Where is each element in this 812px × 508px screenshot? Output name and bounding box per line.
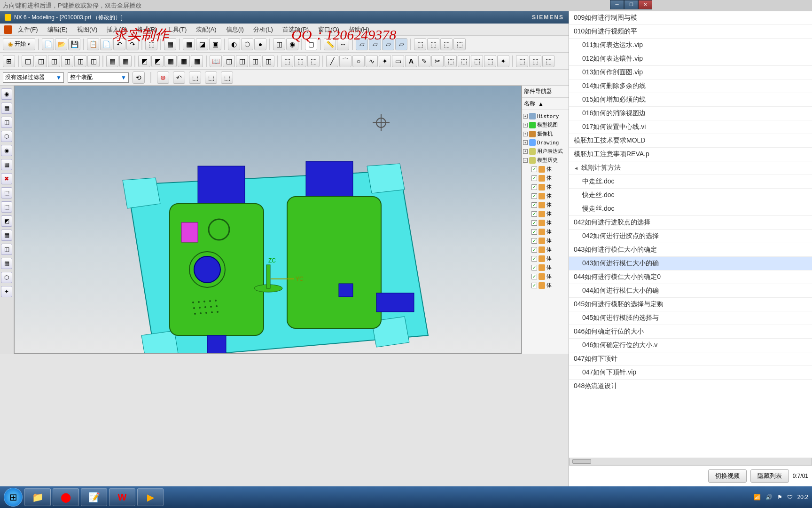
tree-leaf[interactable]: ✓体 — [523, 200, 568, 209]
tree-leaf[interactable]: ✓体 — [523, 227, 568, 236]
nav-col-name[interactable]: 名称 — [524, 100, 535, 108]
menu-file[interactable]: 文件(F) — [14, 24, 42, 35]
tree-leaf[interactable]: ✓体 — [523, 281, 568, 290]
ext-b-icon[interactable]: ▱ — [369, 38, 381, 50]
t2-20-icon[interactable]: ⬚ — [307, 55, 320, 67]
record-icon[interactable]: ⬤ — [53, 488, 79, 506]
list-item[interactable]: 047如何下顶针 — [569, 352, 812, 366]
tree-leaf[interactable]: ✓体 — [523, 191, 568, 200]
t2-26-icon[interactable]: ⬚ — [516, 55, 528, 67]
open-icon[interactable]: 📂 — [55, 38, 67, 50]
ext-f-icon[interactable]: ⬚ — [427, 38, 439, 50]
list-item[interactable]: ◄线割计算方法 — [569, 161, 812, 175]
cube-icon[interactable]: ◫ — [273, 38, 285, 50]
arc-icon[interactable]: ⌒ — [339, 55, 351, 67]
t2-22-icon[interactable]: ⬚ — [458, 55, 470, 67]
t2-16-icon[interactable]: ◫ — [249, 55, 261, 67]
side-ic-11[interactable]: ▦ — [1, 230, 12, 241]
tree-item[interactable]: +模型视图 — [523, 120, 568, 129]
text-a-icon[interactable]: A — [405, 55, 417, 67]
list-item[interactable]: 012如何表达镶件.vip — [569, 52, 812, 66]
tree-leaf[interactable]: ✓体 — [523, 218, 568, 227]
t2-19-icon[interactable]: ⬚ — [294, 55, 306, 67]
list-item[interactable]: 017如何设置中心线.vi — [569, 120, 812, 134]
ext-d-icon[interactable]: ▱ — [395, 38, 407, 50]
side-ic-3[interactable]: ◫ — [1, 117, 12, 128]
copy-icon[interactable]: 📋 — [87, 38, 99, 50]
list-item[interactable]: 046如何确定行位的大小 — [569, 325, 812, 339]
list-item[interactable]: 042如何进行进胶点的选择 — [569, 216, 812, 230]
layer-icon[interactable]: ◪ — [196, 38, 208, 50]
t2-1-icon[interactable]: ◫ — [22, 55, 34, 67]
tray-time[interactable]: 20:2 — [797, 494, 808, 500]
list-item[interactable]: 慢走丝.doc — [569, 202, 812, 216]
menu-help[interactable]: 帮助(H) — [345, 24, 373, 35]
ext-e-icon[interactable]: ⬚ — [414, 38, 426, 50]
t2-21-icon[interactable]: ⬚ — [445, 55, 457, 67]
t2-11-icon[interactable]: ▦ — [164, 55, 177, 67]
list-item[interactable]: 045如何进行模胚的选择与定购 — [569, 298, 812, 311]
list-item[interactable]: 046如何确定行位的大小.v — [569, 339, 812, 352]
ext-g-icon[interactable]: ⬚ — [440, 38, 453, 50]
shade-icon[interactable]: ◐ — [228, 38, 240, 50]
list-item[interactable]: 043如何进行模仁大小的确定 — [569, 243, 812, 257]
measure-icon[interactable]: 📏 — [324, 38, 336, 50]
menu-tools[interactable]: 工具(T) — [163, 24, 191, 35]
t2-24-icon[interactable]: ⬚ — [484, 55, 496, 67]
side-ic-6[interactable]: ▦ — [1, 159, 12, 170]
menu-window[interactable]: 窗口(O) — [314, 24, 343, 35]
list-item[interactable]: 模胚加工技术要求MOLD — [569, 134, 812, 148]
t2-6-icon[interactable]: ◫ — [87, 55, 100, 67]
wps-icon[interactable]: W — [109, 488, 135, 506]
list-item[interactable]: 045如何进行模胚的选择与 — [569, 311, 812, 325]
list-item[interactable]: 快走丝.doc — [569, 189, 812, 202]
grid-icon[interactable]: ▦ — [183, 38, 195, 50]
undo-icon[interactable]: ↶ — [113, 38, 125, 50]
new-icon[interactable]: 📄 — [42, 38, 54, 50]
t2-5-icon[interactable]: ◫ — [74, 55, 86, 67]
tree-item[interactable]: +Drawing — [523, 138, 568, 147]
ext-c-icon[interactable]: ▱ — [382, 38, 394, 50]
dim-icon[interactable]: ↔ — [337, 38, 349, 50]
trim-icon[interactable]: ✂ — [431, 55, 444, 67]
side-ic-12[interactable]: ◫ — [1, 244, 12, 255]
redo-icon[interactable]: ↷ — [126, 38, 139, 50]
filter-t2-icon[interactable]: ⊕ — [157, 71, 169, 84]
tray-shield-icon[interactable]: 🛡 — [787, 494, 793, 500]
list-item[interactable]: 010如何进行视频的平 — [569, 25, 812, 39]
filter-t3-icon[interactable]: ↶ — [173, 71, 185, 84]
tree-leaf[interactable]: ✓体 — [523, 245, 568, 254]
selection-filter-combo[interactable]: 没有选择过滤器▼ — [3, 72, 64, 83]
t2-4-icon[interactable]: ◫ — [61, 55, 73, 67]
t2-8-icon[interactable]: ▦ — [119, 55, 132, 67]
side-ic-1[interactable]: ◉ — [1, 88, 12, 100]
tree-leaf[interactable]: ✓体 — [523, 254, 568, 263]
side-ic-10[interactable]: ◩ — [1, 215, 12, 227]
hide-list-button[interactable]: 隐藏列表 — [750, 469, 789, 483]
tree-leaf[interactable]: ✓体 — [523, 165, 568, 174]
tree-leaf[interactable]: ✓体 — [523, 174, 568, 183]
menu-insert[interactable]: 插入(S) — [103, 24, 131, 35]
sketch-icon[interactable]: ✎ — [418, 55, 430, 67]
tool-b-icon[interactable]: ▦ — [164, 38, 176, 50]
list-item[interactable]: 047如何下顶针.vip — [569, 366, 812, 380]
t2-10-icon[interactable]: ◩ — [151, 55, 164, 67]
menu-format[interactable]: 格式(R) — [133, 24, 161, 35]
side-ic-13[interactable]: ▦ — [1, 258, 12, 269]
side-ic-7[interactable]: ✖ — [1, 173, 12, 184]
rect-icon[interactable]: ▭ — [392, 55, 404, 67]
line-icon[interactable]: ╱ — [326, 55, 338, 67]
filter-t5-icon[interactable]: ⬚ — [205, 71, 217, 84]
list-item[interactable]: 014如何删除多余的线 — [569, 79, 812, 93]
list-item[interactable]: 013如何作剖面图.vip — [569, 66, 812, 79]
list-item[interactable]: 044如何进行模仁大小的确定0 — [569, 270, 812, 284]
side-ic-2[interactable]: ▦ — [1, 103, 12, 114]
list-item[interactable]: 015如何增加必须的线 — [569, 93, 812, 107]
tree-leaf[interactable]: ✓体 — [523, 263, 568, 272]
menu-prefs[interactable]: 首选项(P) — [279, 24, 312, 35]
tree-item[interactable]: +用户表达式 — [523, 147, 568, 156]
t2-28-icon[interactable]: ⬚ — [542, 55, 554, 67]
assembly-scope-combo[interactable]: 整个装配▼ — [68, 72, 129, 83]
list-item[interactable]: 009如何进行制图与模 — [569, 11, 812, 25]
start-button[interactable]: ◉开始▾ — [3, 38, 35, 50]
